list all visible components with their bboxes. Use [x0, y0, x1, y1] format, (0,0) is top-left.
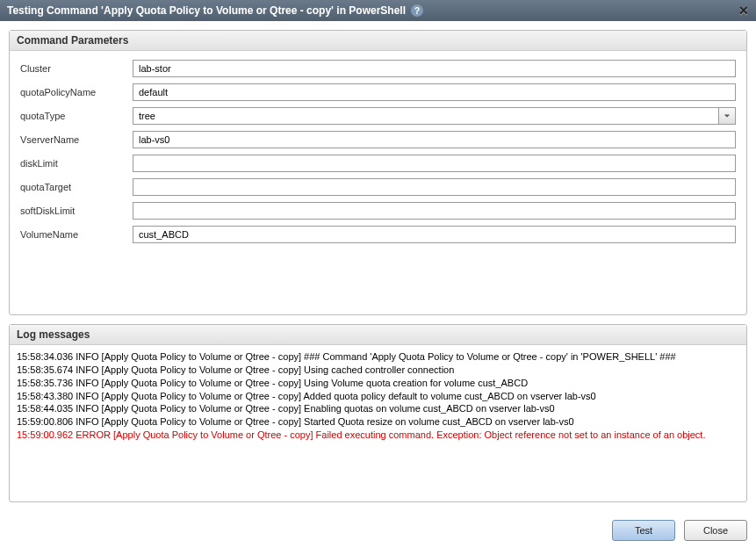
- command-parameters-header: Command Parameters: [10, 31, 746, 51]
- close-icon[interactable]: ✕: [738, 4, 749, 18]
- field-row-cluster: Cluster: [20, 60, 736, 77]
- field-row-vserver-name: VserverName: [20, 131, 736, 148]
- log-line: 15:58:35.674 INFO [Apply Quota Policy to…: [17, 364, 739, 377]
- quota-type-dropdown-button[interactable]: [718, 107, 736, 125]
- log-line: 15:58:34.036 INFO [Apply Quota Policy to…: [17, 350, 739, 364]
- log-line: 15:58:35.736 INFO [Apply Quota Policy to…: [17, 377, 739, 390]
- disk-limit-input[interactable]: [133, 155, 736, 172]
- log-messages-header: Log messages: [10, 325, 746, 345]
- titlebar: Testing Command 'Apply Quota Policy to V…: [0, 0, 756, 21]
- quota-type-input[interactable]: [133, 107, 718, 125]
- dialog-body: Command Parameters Cluster quotaPolicyNa…: [0, 21, 756, 516]
- vserver-name-input[interactable]: [133, 131, 736, 148]
- log-line: 15:58:44.035 INFO [Apply Quota Policy to…: [17, 402, 739, 415]
- cluster-input[interactable]: [133, 60, 736, 77]
- test-button[interactable]: Test: [612, 520, 675, 541]
- quota-policy-name-label: quotaPolicyName: [20, 87, 133, 97]
- quota-type-select[interactable]: [133, 107, 736, 125]
- button-bar: Test Close: [0, 516, 756, 548]
- soft-disk-limit-label: softDiskLimit: [20, 205, 133, 216]
- soft-disk-limit-input[interactable]: [133, 202, 736, 220]
- quota-target-input[interactable]: [133, 178, 736, 196]
- close-button[interactable]: Close: [684, 520, 747, 541]
- field-row-volume-name: VolumeName: [20, 226, 736, 243]
- dialog-title: Testing Command 'Apply Quota Policy to V…: [7, 4, 406, 17]
- field-row-disk-limit: diskLimit: [20, 155, 736, 172]
- log-messages-body[interactable]: 15:58:34.036 INFO [Apply Quota Policy to…: [10, 345, 746, 501]
- disk-limit-label: diskLimit: [20, 158, 133, 169]
- help-icon[interactable]: ?: [411, 4, 423, 17]
- log-messages-panel: Log messages 15:58:34.036 INFO [Apply Qu…: [9, 324, 747, 502]
- chevron-down-icon: [724, 112, 731, 119]
- quota-target-label: quotaTarget: [20, 182, 133, 192]
- volume-name-label: VolumeName: [20, 229, 133, 240]
- log-line: 15:59:00.962 ERROR [Apply Quota Policy t…: [17, 429, 739, 442]
- command-parameters-panel: Command Parameters Cluster quotaPolicyNa…: [9, 30, 747, 315]
- field-row-soft-disk-limit: softDiskLimit: [20, 202, 736, 220]
- volume-name-input[interactable]: [133, 226, 736, 243]
- field-row-quota-type: quotaType: [20, 107, 736, 125]
- cluster-label: Cluster: [20, 63, 133, 74]
- vserver-name-label: VserverName: [20, 134, 133, 145]
- log-line: 15:59:00.806 INFO [Apply Quota Policy to…: [17, 415, 739, 429]
- field-row-quota-policy-name: quotaPolicyName: [20, 83, 736, 101]
- quota-policy-name-input[interactable]: [133, 83, 736, 101]
- quota-type-label: quotaType: [20, 111, 133, 121]
- log-line: 15:58:43.380 INFO [Apply Quota Policy to…: [17, 390, 739, 403]
- field-row-quota-target: quotaTarget: [20, 178, 736, 196]
